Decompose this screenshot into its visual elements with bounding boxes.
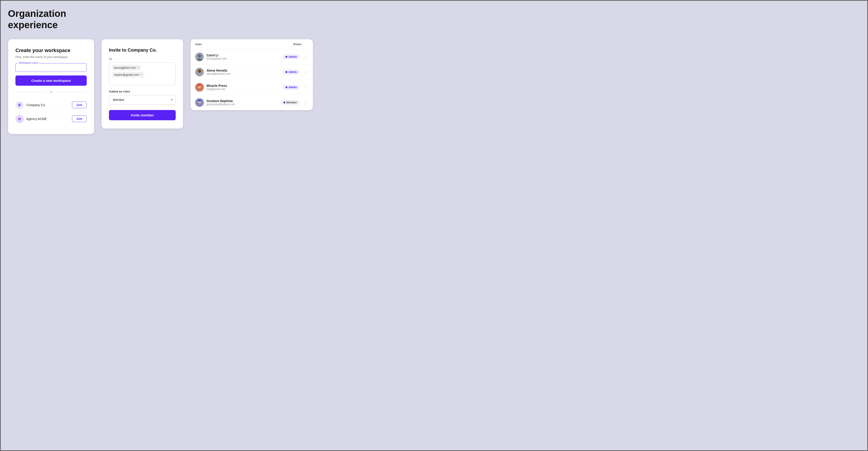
cards-row: Create your workspace First, enter the n… <box>8 39 860 134</box>
user-email-miracle: mp@gmail.com <box>207 87 280 91</box>
divider-text: or <box>50 90 53 94</box>
tag-xtaylor: xtaylor@gmail.com × <box>112 72 144 77</box>
svg-point-1 <box>19 104 20 106</box>
user-name-gustavo: Gustavo Baptista <box>207 99 278 103</box>
workspace-name-label: Workspace name <box>18 61 39 64</box>
roles-label: Added as roles <box>109 90 176 93</box>
workspace-name-agency: Agency ACME <box>26 117 69 121</box>
more-button-gustavo[interactable]: ⋮ <box>302 100 308 105</box>
divider-left <box>16 92 47 92</box>
role-badge-carol: Admin <box>283 54 300 59</box>
role-badge-alena: Admin <box>283 69 300 75</box>
user-name-alena: Alena Herwitz <box>207 69 280 72</box>
users-table-card: User Roles Carol Li lyoung@aol.com <box>190 39 313 110</box>
svg-point-19 <box>197 84 202 87</box>
to-label: To <box>109 57 176 61</box>
tag-lyoung: lyoung@aol.com × <box>112 65 141 70</box>
card1-title: Create your workspace <box>16 48 87 53</box>
avatar-gustavo <box>195 98 204 107</box>
avatar-miracle <box>195 83 204 92</box>
page-title: Organization experience <box>8 8 860 31</box>
table-header: User Roles <box>191 39 313 49</box>
invite-member-button[interactable]: Invite member <box>109 110 176 120</box>
role-dot-miracle <box>285 86 287 88</box>
more-button-carol[interactable]: ⋮ <box>302 54 308 59</box>
role-label-gustavo: Member <box>286 101 297 104</box>
avatar-alena <box>195 68 204 76</box>
tag-email-xtaylor: xtaylor@gmail.com <box>114 73 139 76</box>
svg-point-23 <box>198 100 202 102</box>
create-workspace-card: Create your workspace First, enter the n… <box>8 39 94 134</box>
to-field[interactable]: lyoung@aol.com × xtaylor@gmail.com × <box>109 62 176 85</box>
user-info-carol: Carol Li lyoung@aol.com <box>207 53 280 60</box>
workspace-name-company: Company Co. <box>26 103 69 107</box>
user-name-carol: Carol Li <box>207 53 280 57</box>
remove-tag-lyoung[interactable]: × <box>137 66 139 69</box>
svg-point-15 <box>198 70 202 72</box>
join-agency-button[interactable]: Join <box>72 115 87 122</box>
divider-right <box>55 92 87 92</box>
divider: or <box>16 90 87 94</box>
role-badge-miracle: Admin <box>283 85 300 90</box>
card1-subtitle: First, enter the name of your workspace. <box>16 55 87 59</box>
workspace-name-input[interactable] <box>19 66 84 69</box>
remove-tag-xtaylor[interactable]: × <box>140 73 142 76</box>
user-info-gustavo: Gustavo Baptista gustavoba@yahoo.com <box>207 99 278 106</box>
user-info-miracle: Miracle Press mp@gmail.com <box>207 84 280 91</box>
more-button-alena[interactable]: ⋮ <box>302 69 308 75</box>
role-select[interactable]: Member Admin Viewer <box>109 95 176 105</box>
user-email-carol: lyoung@aol.com <box>207 57 280 60</box>
workspace-item-company: Company Co. Join <box>16 98 87 112</box>
col-user: User <box>195 43 268 46</box>
invite-title: Invite to Company Co. <box>109 48 176 53</box>
role-label-alena: Admin <box>288 71 297 74</box>
role-dot-alena <box>285 71 287 73</box>
table-row: Carol Li lyoung@aol.com Admin ⋮ <box>191 49 313 64</box>
avatar-carol <box>195 53 204 61</box>
table-row: Miracle Press mp@gmail.com Admin ⋮ <box>191 80 313 95</box>
role-badge-gustavo: Member <box>281 100 300 105</box>
agency-logo <box>16 115 24 123</box>
create-workspace-button[interactable]: Create a new workspace <box>16 76 87 86</box>
tag-email-lyoung: lyoung@aol.com <box>114 66 136 69</box>
company-logo <box>16 101 24 109</box>
user-info-alena: Alena Herwitz alena@hotmail.com <box>207 69 280 76</box>
role-dot-carol <box>285 56 287 58</box>
role-label-carol: Admin <box>288 55 297 58</box>
role-dot-gustavo <box>283 102 285 104</box>
table-row: Alena Herwitz alena@hotmail.com Admin ⋮ <box>191 64 313 80</box>
invite-card: Invite to Company Co. To lyoung@aol.com … <box>101 39 183 129</box>
user-email-alena: alena@hotmail.com <box>207 72 280 76</box>
col-roles: Roles <box>268 43 308 46</box>
user-email-gustavo: gustavoba@yahoo.com <box>207 103 278 106</box>
table-row: Gustavo Baptista gustavoba@yahoo.com Mem… <box>191 95 313 110</box>
workspace-item-agency: Agency ACME Join <box>16 112 87 126</box>
workspace-name-field: Workspace name <box>16 63 87 72</box>
more-button-miracle[interactable]: ⋮ <box>302 85 308 90</box>
join-company-button[interactable]: Join <box>72 102 87 108</box>
role-label-miracle: Admin <box>288 86 297 89</box>
user-name-miracle: Miracle Press <box>207 84 280 87</box>
role-select-wrapper: Member Admin Viewer ▾ <box>109 95 176 105</box>
svg-point-5 <box>19 119 20 120</box>
